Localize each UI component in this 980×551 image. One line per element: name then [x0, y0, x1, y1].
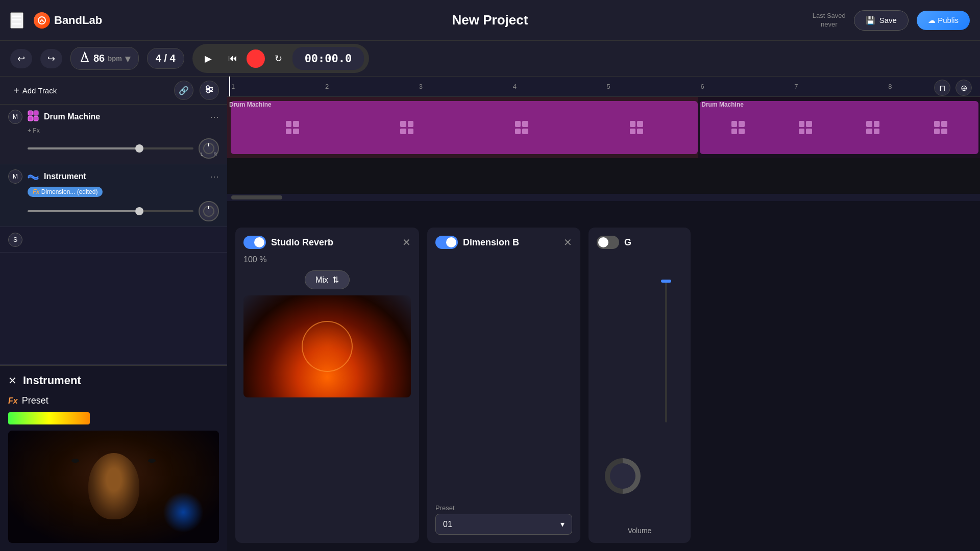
studio-reverb-card: Studio Reverb ✕ 100 % Mix ⇅: [235, 228, 419, 543]
close-instrument-button[interactable]: ✕: [8, 374, 17, 387]
preset-chevron-icon: ▾: [560, 519, 565, 529]
logo: BandLab: [34, 12, 102, 29]
loop-button[interactable]: ↻: [268, 48, 289, 69]
third-fx-name: G: [624, 237, 682, 248]
time-display: 00:00.0: [292, 47, 364, 70]
studio-reverb-toggle[interactable]: [243, 236, 266, 249]
drum-block-5-8[interactable]: [700, 101, 978, 154]
mix-arrows-icon: ⇅: [332, 275, 339, 285]
mixer-button[interactable]: [200, 81, 219, 100]
svg-rect-10: [34, 111, 38, 115]
snap-button[interactable]: ⊓: [934, 80, 950, 96]
instrument-fx-panel: ✕ Instrument Fx Preset: [0, 365, 227, 551]
dimension-b-card: Dimension B ✕ Preset 01 ▾: [427, 228, 580, 543]
beat-1: 1: [229, 83, 323, 90]
save-button[interactable]: 💾 Save: [854, 10, 909, 31]
drum-machine-icon: [28, 110, 39, 124]
instrument-panel-title: Instrument: [23, 374, 81, 387]
redo-button[interactable]: ↪: [40, 49, 62, 68]
hamburger-menu-button[interactable]: ☰: [10, 12, 23, 29]
playhead: [229, 77, 230, 96]
bpm-value: 86: [93, 53, 105, 64]
instrument-fx-sub[interactable]: Fx Dimension... (edited): [28, 187, 103, 197]
rewind-button[interactable]: ⏮: [222, 48, 243, 69]
project-title: New Project: [452, 12, 528, 28]
third-fx-toggle[interactable]: [597, 236, 619, 249]
timeline-scrollbar[interactable]: [227, 194, 980, 201]
preset-selector-label: Preset: [435, 504, 572, 512]
nav-right: Last Saved never 💾 Save ☁ Publis: [813, 10, 970, 31]
studio-reverb-close-button[interactable]: ✕: [402, 236, 411, 248]
timeline-area: 1 2 3 4 5 6 7 8 ⊓ ⊕: [227, 77, 980, 219]
record-button[interactable]: [247, 49, 265, 68]
instrument-volume-slider[interactable]: [28, 210, 193, 212]
track3-mute-button[interactable]: S: [8, 233, 22, 247]
drum-volume-slider[interactable]: [28, 147, 193, 149]
bpm-control[interactable]: 86 bpm ▾: [70, 47, 139, 70]
track-controls-header: + Add Track 🔗: [0, 77, 227, 105]
rewind-icon: ⏮: [228, 53, 237, 64]
drum-mute-button[interactable]: M: [8, 110, 22, 124]
toolbar: ↩ ↪ 86 bpm ▾ 4 / 4 ▶ ⏮ ↻ 00:00.0: [0, 41, 980, 77]
link-icon: 🔗: [179, 86, 189, 95]
redo-icon: ↪: [47, 53, 55, 64]
dimension-b-close-button[interactable]: ✕: [564, 236, 572, 248]
link-button[interactable]: 🔗: [174, 81, 193, 100]
drum-block-label-1: Drum Machine: [229, 101, 272, 108]
drum-block-1-4[interactable]: [231, 101, 698, 154]
publish-button[interactable]: ☁ Publis: [917, 11, 970, 30]
volume-label: Volume: [589, 527, 691, 535]
reverb-circle: [302, 321, 353, 372]
play-icon: ▶: [205, 53, 212, 64]
beat-2: 2: [323, 83, 417, 90]
fx-preset-row: Fx Preset: [8, 395, 219, 406]
add-icon: +: [13, 85, 19, 96]
bpm-unit: bpm: [108, 55, 121, 62]
drum-grid-8: [934, 121, 947, 134]
drum-pan-knob[interactable]: L R: [199, 138, 219, 159]
svg-rect-11: [28, 116, 33, 121]
reverb-visualization: [243, 295, 411, 397]
track-item-drum-machine: M Drum Machine ⋯ + Fx L: [0, 105, 227, 164]
beat-3: 3: [417, 83, 511, 90]
time-signature[interactable]: 4 / 4: [147, 48, 184, 69]
beat-7: 7: [792, 83, 886, 90]
preset-dropdown[interactable]: 01 ▾: [435, 514, 572, 535]
undo-button[interactable]: ↩: [10, 49, 32, 68]
instrument-mute-button[interactable]: M: [8, 169, 22, 184]
gain-knob[interactable]: [605, 458, 641, 494]
webcam-preview: [8, 431, 219, 543]
logo-icon: [34, 12, 50, 29]
drum-grid-3: [515, 121, 528, 134]
play-button[interactable]: ▶: [198, 48, 219, 69]
svg-rect-12: [34, 116, 38, 121]
timeline-scroll-thumb[interactable]: [231, 195, 282, 199]
preset-value: 01: [443, 520, 452, 529]
studio-reverb-name: Studio Reverb: [271, 237, 397, 248]
instrument-menu-button[interactable]: ⋯: [210, 171, 219, 182]
track-header-drum: M Drum Machine ⋯: [8, 110, 219, 124]
top-nav: ☰ BandLab New Project Last Saved never 💾…: [0, 0, 980, 41]
instrument-volume-row: [28, 201, 219, 221]
fx-area: Studio Reverb ✕ 100 % Mix ⇅ Dimension B …: [227, 219, 980, 551]
drum-grid-5: [731, 121, 745, 134]
drum-grid-4: [630, 121, 643, 134]
drum-machine-menu-button[interactable]: ⋯: [210, 111, 219, 122]
drum-machine-name: Drum Machine: [44, 112, 205, 121]
mix-percent: 100 %: [243, 255, 411, 264]
svg-point-8: [207, 90, 210, 93]
drum-grid-7: [866, 121, 879, 134]
dimension-b-toggle[interactable]: [435, 236, 458, 249]
preset-selector-area: Preset 01 ▾: [435, 504, 572, 535]
gain-knob-inner: [610, 463, 635, 489]
beat-4: 4: [511, 83, 605, 90]
main-area: + Add Track 🔗: [0, 77, 980, 551]
dimension-b-header: Dimension B ✕: [435, 236, 572, 249]
volume-slider-vertical[interactable]: [665, 280, 667, 422]
zoom-button[interactable]: ⊕: [955, 80, 972, 96]
preset-color-bar[interactable]: [8, 412, 90, 424]
add-track-button[interactable]: + Add Track: [8, 82, 62, 99]
instrument-pan-knob[interactable]: [199, 201, 219, 221]
volume-slider-thumb[interactable]: [661, 280, 671, 283]
mix-selector[interactable]: Mix ⇅: [305, 270, 350, 289]
